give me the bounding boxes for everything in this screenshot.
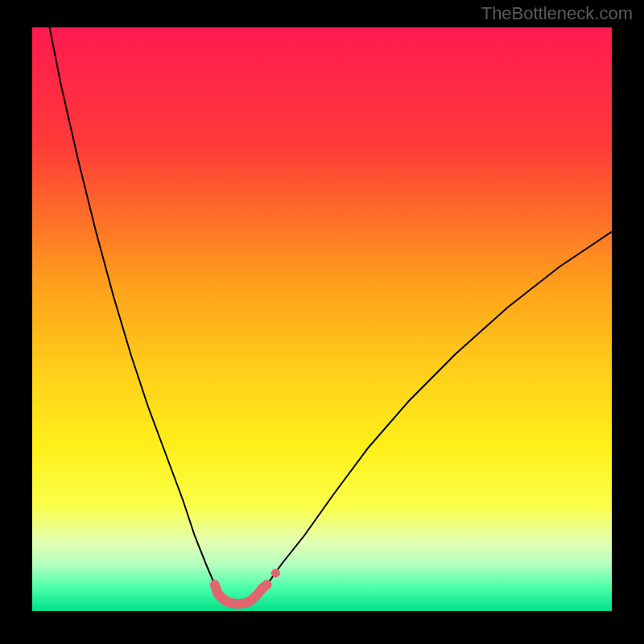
marker-dot — [271, 568, 280, 577]
plot-area — [32, 27, 612, 611]
chart-outer-frame: TheBottleneck.com — [0, 0, 644, 644]
attribution-text: TheBottleneck.com — [481, 3, 633, 24]
gradient-background — [32, 27, 612, 611]
chart-svg — [32, 27, 612, 611]
annotation-group — [271, 568, 280, 577]
